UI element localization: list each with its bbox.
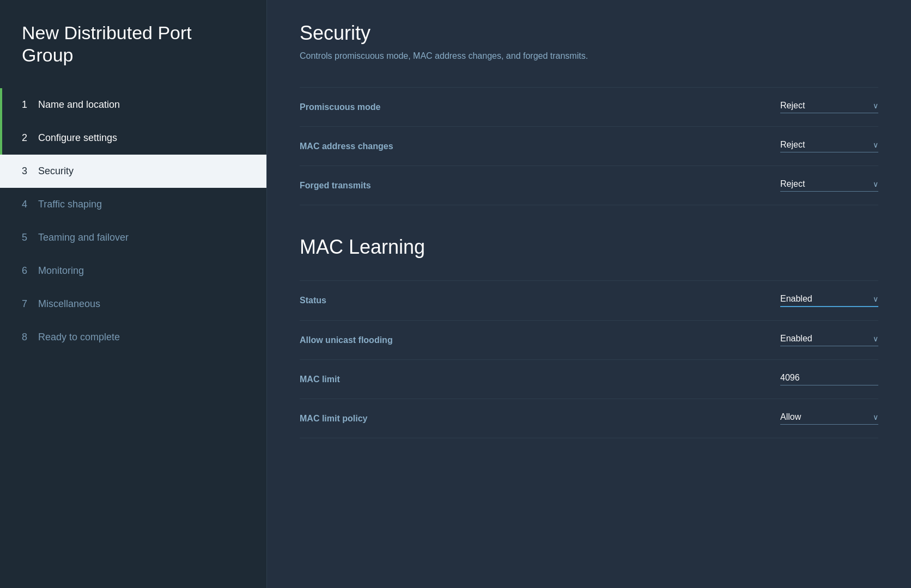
allow-unicast-flooding-row: Allow unicast flooding Enabled ∨: [300, 321, 878, 360]
sidebar-item-label-6: Monitoring: [38, 265, 84, 277]
promiscuous-mode-select[interactable]: Reject ∨: [780, 101, 878, 113]
sidebar-item-monitoring[interactable]: 6 Monitoring: [0, 254, 266, 287]
mac-limit-policy-value: Allow: [780, 412, 801, 422]
step-number-5: 5: [22, 232, 38, 243]
promiscuous-mode-label: Promiscuous mode: [300, 102, 380, 112]
step-number-1: 1: [22, 99, 38, 111]
sidebar-item-label-1: Name and location: [38, 99, 120, 111]
sidebar: New Distributed Port Group 1 Name and lo…: [0, 0, 267, 588]
mac-address-changes-label: MAC address changes: [300, 142, 393, 151]
sidebar-item-name-location[interactable]: 1 Name and location: [0, 88, 266, 121]
allow-unicast-flooding-value: Enabled: [780, 334, 812, 344]
mac-address-changes-row: MAC address changes Reject ∨: [300, 127, 878, 166]
security-description: Controls promiscuous mode, MAC address c…: [300, 51, 878, 61]
mac-limit-row: MAC limit: [300, 360, 878, 399]
mac-limit-policy-label: MAC limit policy: [300, 414, 367, 424]
mac-limit-policy-select[interactable]: Allow ∨: [780, 412, 878, 425]
sidebar-item-ready-to-complete[interactable]: 8 Ready to complete: [0, 321, 266, 354]
mac-address-changes-chevron: ∨: [873, 140, 878, 149]
mac-limit-label: MAC limit: [300, 375, 340, 384]
sidebar-item-configure-settings[interactable]: 2 Configure settings: [0, 121, 266, 155]
main-content: Security Controls promiscuous mode, MAC …: [267, 0, 911, 588]
sidebar-item-label-2: Configure settings: [38, 132, 117, 144]
step-number-4: 4: [22, 199, 38, 210]
mac-limit-policy-row: MAC limit policy Allow ∨: [300, 399, 878, 438]
step-number-8: 8: [22, 332, 38, 343]
mac-learning-title: MAC Learning: [300, 236, 878, 259]
sidebar-item-label-8: Ready to complete: [38, 332, 120, 343]
sidebar-item-traffic-shaping[interactable]: 4 Traffic shaping: [0, 188, 266, 221]
status-select[interactable]: Enabled ∨: [780, 294, 878, 307]
sidebar-item-miscellaneous[interactable]: 7 Miscellaneous: [0, 287, 266, 321]
mac-learning-fields: Status Enabled ∨ Allow unicast flooding …: [300, 280, 878, 438]
mac-address-changes-value: Reject: [780, 140, 805, 150]
allow-unicast-flooding-chevron: ∨: [873, 334, 878, 343]
security-fields: Promiscuous mode Reject ∨ MAC address ch…: [300, 87, 878, 205]
step-number-2: 2: [22, 132, 38, 144]
status-row: Status Enabled ∨: [300, 280, 878, 321]
mac-address-changes-select[interactable]: Reject ∨: [780, 140, 878, 152]
promiscuous-mode-row: Promiscuous mode Reject ∨: [300, 87, 878, 127]
allow-unicast-flooding-label: Allow unicast flooding: [300, 335, 393, 345]
sidebar-item-label-4: Traffic shaping: [38, 199, 102, 210]
step-number-7: 7: [22, 298, 38, 310]
sidebar-item-label-7: Miscellaneous: [38, 298, 100, 310]
sidebar-item-security[interactable]: 3 Security: [0, 155, 266, 188]
forged-transmits-value: Reject: [780, 179, 805, 189]
forged-transmits-chevron: ∨: [873, 180, 878, 188]
forged-transmits-select[interactable]: Reject ∨: [780, 179, 878, 192]
sidebar-title: New Distributed Port Group: [0, 22, 266, 88]
forged-transmits-label: Forged transmits: [300, 181, 371, 191]
mac-limit-policy-chevron: ∨: [873, 413, 878, 421]
security-title: Security: [300, 22, 878, 45]
status-chevron: ∨: [873, 295, 878, 303]
step-number-6: 6: [22, 265, 38, 277]
mac-limit-input[interactable]: [780, 373, 878, 385]
sidebar-item-label-5: Teaming and failover: [38, 232, 129, 243]
step-number-3: 3: [22, 166, 38, 177]
allow-unicast-flooding-select[interactable]: Enabled ∨: [780, 334, 878, 346]
status-label: Status: [300, 296, 326, 305]
sidebar-item-label-3: Security: [38, 166, 74, 177]
forged-transmits-row: Forged transmits Reject ∨: [300, 166, 878, 205]
sidebar-item-teaming-failover[interactable]: 5 Teaming and failover: [0, 221, 266, 254]
promiscuous-mode-chevron: ∨: [873, 101, 878, 110]
promiscuous-mode-value: Reject: [780, 101, 805, 111]
status-value: Enabled: [780, 294, 812, 304]
